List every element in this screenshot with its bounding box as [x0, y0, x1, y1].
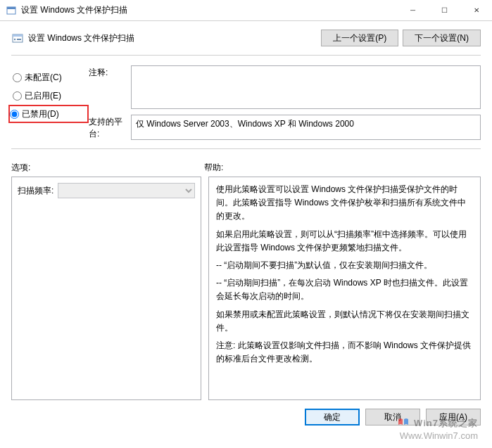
- radio-disabled-label: 已禁用(D): [22, 108, 59, 120]
- window-title: 设置 Windows 文件保护扫描: [21, 4, 397, 16]
- close-button[interactable]: ✕: [460, 0, 492, 20]
- cancel-button[interactable]: 取消: [365, 409, 420, 425]
- help-text-2: 如果启用此策略设置，则可以从“扫描频率”框中选择频率。可以使用此设置指导 Win…: [216, 228, 473, 255]
- help-panel: 使用此策略设置可以设置 Windows 文件保护扫描受保护文件的时间。此策略设置…: [208, 177, 481, 400]
- radio-not-configured[interactable]: 未配置(C): [11, 68, 89, 87]
- options-section-label: 选项:: [11, 162, 204, 174]
- footer: 确定 取消 应用(A): [0, 400, 492, 434]
- next-setting-button[interactable]: 下一个设置(N): [403, 30, 481, 46]
- scan-frequency-select[interactable]: [58, 183, 195, 198]
- svg-rect-1: [7, 7, 15, 9]
- apply-button[interactable]: 应用(A): [426, 409, 481, 425]
- platform-label: 支持的平台:: [89, 115, 131, 140]
- platform-value: 仅 Windows Server 2003、Windows XP 和 Windo…: [131, 115, 481, 140]
- help-section-label: 帮助:: [204, 162, 481, 174]
- comment-input[interactable]: [131, 65, 481, 109]
- svg-rect-5: [17, 39, 21, 40]
- page-title: 设置 Windows 文件保护扫描: [28, 32, 317, 44]
- window-controls: ─ ☐ ✕: [397, 0, 492, 20]
- divider: [11, 55, 481, 56]
- divider-2: [11, 148, 481, 149]
- header-row: 设置 Windows 文件保护扫描 上一个设置(P) 下一个设置(N): [0, 21, 492, 52]
- svg-point-4: [14, 39, 15, 40]
- scan-frequency-row: 扫描频率:: [18, 183, 195, 198]
- minimize-button[interactable]: ─: [397, 0, 429, 20]
- config-area: 未配置(C) 已启用(E) 已禁用(D) 注释: 支持的平台: 仅 Window…: [0, 61, 492, 146]
- help-text-6: 注意: 此策略设置仅影响文件扫描，而不影响 Windows 文件保护提供的标准后…: [216, 339, 473, 366]
- radio-disabled[interactable]: 已禁用(D): [8, 105, 89, 123]
- comment-row: 注释:: [89, 65, 481, 109]
- maximize-button[interactable]: ☐: [429, 0, 460, 20]
- radio-not-configured-input[interactable]: [13, 73, 22, 82]
- ok-button[interactable]: 确定: [305, 409, 360, 425]
- comment-label: 注释:: [89, 65, 131, 109]
- platform-text: 仅 Windows Server 2003、Windows XP 和 Windo…: [136, 119, 354, 129]
- help-text-4: -- “启动期间扫描”，在每次启动 Windows XP 时也扫描文件。此设置会…: [216, 276, 473, 303]
- radio-enabled-input[interactable]: [13, 91, 22, 101]
- svg-rect-3: [13, 34, 23, 37]
- right-fields: 注释: 支持的平台: 仅 Windows Server 2003、Windows…: [89, 65, 481, 146]
- platform-row: 支持的平台: 仅 Windows Server 2003、Windows XP …: [89, 115, 481, 140]
- help-text-5: 如果禁用或未配置此策略设置，则默认情况下将仅在安装期间扫描文件。: [216, 308, 473, 335]
- scan-frequency-label: 扫描频率:: [18, 185, 53, 197]
- radio-not-configured-label: 未配置(C): [25, 72, 62, 84]
- app-icon: [6, 5, 17, 16]
- policy-icon: [11, 32, 24, 44]
- radio-enabled[interactable]: 已启用(E): [11, 87, 89, 105]
- radio-disabled-input[interactable]: [10, 110, 19, 119]
- lower-area: 扫描频率: 使用此策略设置可以设置 Windows 文件保护扫描受保护文件的时间…: [0, 177, 492, 400]
- radio-enabled-label: 已启用(E): [25, 90, 61, 102]
- prev-setting-button[interactable]: 上一个设置(P): [321, 30, 398, 46]
- titlebar: 设置 Windows 文件保护扫描 ─ ☐ ✕: [0, 0, 492, 21]
- help-text-3: -- “启动期间不要扫描”为默认值，仅在安装期间扫描文件。: [216, 259, 473, 272]
- radio-group: 未配置(C) 已启用(E) 已禁用(D): [11, 65, 89, 146]
- help-text-1: 使用此策略设置可以设置 Windows 文件保护扫描受保护文件的时间。此策略设置…: [216, 183, 473, 224]
- options-panel: 扫描频率:: [11, 177, 201, 400]
- mid-labels: 选项: 帮助:: [0, 155, 492, 177]
